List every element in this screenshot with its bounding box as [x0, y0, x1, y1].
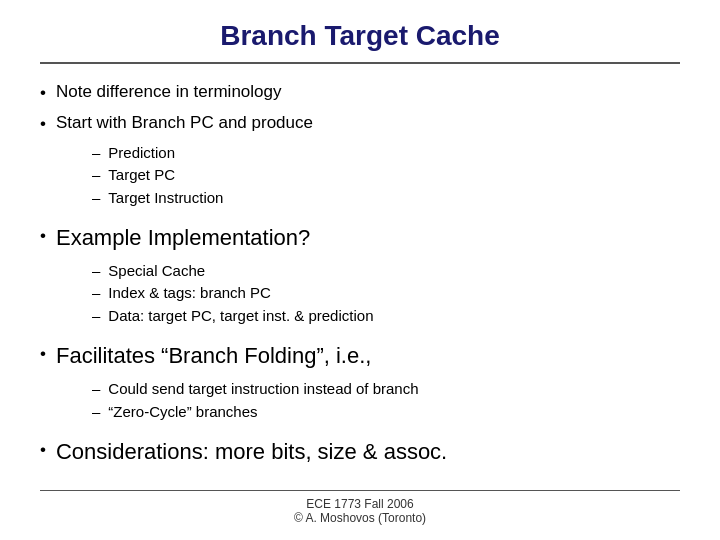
- bullet-1-text: Note difference in terminology: [56, 80, 282, 104]
- dash-icon: –: [92, 378, 100, 401]
- bullet-3: • Example Implementation?: [40, 223, 680, 254]
- bullet-2-text: Start with Branch PC and produce: [56, 111, 313, 135]
- footer-copyright: © A. Moshovos (Toronto): [294, 511, 426, 525]
- bullet-5-text: Considerations: more bits, size & assoc.: [56, 437, 447, 468]
- bullet-dot-5: •: [40, 438, 46, 462]
- slide: Branch Target Cache • Note difference in…: [0, 0, 720, 540]
- dash-icon: –: [92, 260, 100, 283]
- bullet-dot-3: •: [40, 224, 46, 248]
- list-item: – Target PC: [92, 164, 680, 187]
- list-item: – Index & tags: branch PC: [92, 282, 680, 305]
- sub-2b-text: Index & tags: branch PC: [108, 282, 271, 305]
- sub-3a-text: Could send target instruction instead of…: [108, 378, 418, 401]
- bullet-5: • Considerations: more bits, size & asso…: [40, 437, 680, 468]
- sub-2a-text: Special Cache: [108, 260, 205, 283]
- sub-1a-text: Prediction: [108, 142, 175, 165]
- list-item: – “Zero-Cycle” branches: [92, 401, 680, 424]
- sub-list-3: – Could send target instruction instead …: [92, 378, 680, 423]
- slide-footer: ECE 1773 Fall 2006 © A. Moshovos (Toront…: [40, 490, 680, 525]
- dash-icon: –: [92, 164, 100, 187]
- sub-1b-text: Target PC: [108, 164, 175, 187]
- list-item: – Target Instruction: [92, 187, 680, 210]
- list-item: – Prediction: [92, 142, 680, 165]
- dash-icon: –: [92, 142, 100, 165]
- bullet-2: • Start with Branch PC and produce: [40, 111, 680, 136]
- sub-list-2: – Special Cache – Index & tags: branch P…: [92, 260, 680, 328]
- bullet-dot-2: •: [40, 112, 46, 136]
- sub-2c-text: Data: target PC, target inst. & predicti…: [108, 305, 373, 328]
- list-item: – Special Cache: [92, 260, 680, 283]
- sub-list-1: – Prediction – Target PC – Target Instru…: [92, 142, 680, 210]
- bullet-4-text: Facilitates “Branch Folding”, i.e.,: [56, 341, 371, 372]
- bullet-dot-1: •: [40, 81, 46, 105]
- bullet-3-text: Example Implementation?: [56, 223, 310, 254]
- footer-course: ECE 1773 Fall 2006: [306, 497, 413, 511]
- dash-icon: –: [92, 305, 100, 328]
- bullet-1: • Note difference in terminology: [40, 80, 680, 105]
- sub-1c-text: Target Instruction: [108, 187, 223, 210]
- list-item: – Could send target instruction instead …: [92, 378, 680, 401]
- sub-3b-text: “Zero-Cycle” branches: [108, 401, 257, 424]
- slide-title: Branch Target Cache: [40, 20, 680, 64]
- bullet-dot-4: •: [40, 342, 46, 366]
- bullet-4: • Facilitates “Branch Folding”, i.e.,: [40, 341, 680, 372]
- dash-icon: –: [92, 187, 100, 210]
- dash-icon: –: [92, 282, 100, 305]
- slide-content: • Note difference in terminology • Start…: [40, 80, 680, 490]
- list-item: – Data: target PC, target inst. & predic…: [92, 305, 680, 328]
- dash-icon: –: [92, 401, 100, 424]
